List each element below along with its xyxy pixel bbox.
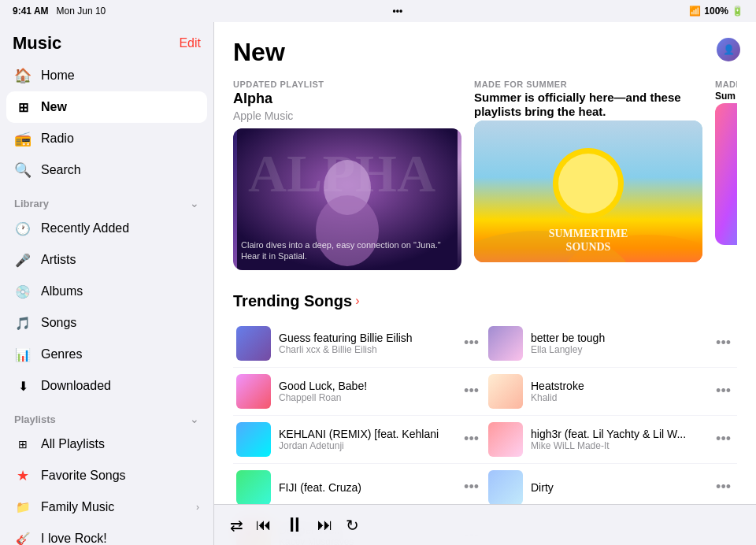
alpha-card-image: ALPHA Clairo dives into a deep, easy con… [233,128,461,270]
sidebar-title: Music [13,33,61,54]
sidebar-item-label-family-music: Family Music [41,500,114,514]
song-row[interactable]: Guess featuring Billie Eilish Charli xcx… [233,320,485,368]
summer-artwork: SUMMERTIME SOUNDS [474,120,702,262]
songs-icon: 🎵 [14,314,32,332]
sidebar-item-downloaded[interactable]: ⬇ Downloaded [6,370,207,402]
sidebar-item-label-i-love-rock: I love Rock! [41,532,107,545]
radio-icon: 📻 [14,130,32,147]
song-more-button-3[interactable]: ••• [461,383,482,399]
featured-card-alpha[interactable]: UPDATED PLAYLIST Alpha Apple Music [233,80,461,270]
playlists-section-header: Playlists ⌄ [0,402,213,428]
sidebar-item-label-home: Home [41,69,75,83]
library-section-header: Library ⌄ [0,186,213,213]
song-title-7: FIJI (feat. Cruza) [279,481,453,494]
song-row[interactable]: KEHLANI (REMIX) [feat. Kehlani Jordan Ad… [233,416,485,464]
sidebar-item-label-songs: Songs [41,316,76,330]
sidebar-item-albums[interactable]: 💿 Albums [6,276,207,307]
song-row[interactable]: Heatstroke Khalid ••• [485,368,737,416]
summer-card-title: Summer is officially here—and these play… [474,91,702,119]
battery-display: 100% [704,6,728,17]
featured-card-partial[interactable]: MADE Sum play [715,80,737,270]
song-title-5: KEHLANI (REMIX) [feat. Kehlani [279,428,453,440]
svg-point-6 [558,154,618,213]
sidebar-item-i-love-rock[interactable]: 🎸 I love Rock! [6,523,207,545]
song-more-button-8[interactable]: ••• [713,479,734,495]
sidebar-item-label-new: New [41,100,67,114]
sidebar-item-label-artists: Artists [41,253,76,267]
i-love-rock-icon: 🎸 [14,530,32,545]
library-section-title: Library [14,198,49,209]
song-title-3: Good Luck, Babe! [279,380,453,392]
featured-card-summer[interactable]: MADE FOR SUMMER Summer is officially her… [474,80,702,270]
trending-songs-chevron-icon[interactable]: › [355,294,359,308]
song-thumb-4 [488,374,523,409]
sidebar-item-search[interactable]: 🔍 Search [6,154,207,186]
dots-display: ••• [392,6,402,17]
sidebar-item-recently-added[interactable]: 🕐 Recently Added [6,213,207,244]
sidebar-item-new[interactable]: ⊞ New [6,91,207,123]
recently-added-icon: 🕐 [14,220,32,237]
sidebar-item-songs[interactable]: 🎵 Songs [6,307,207,339]
svg-text:SOUNDS: SOUNDS [566,241,611,253]
sidebar-item-label-all-playlists: All Playlists [41,437,105,451]
sidebar-header: Music Edit [0,22,213,60]
song-more-button-5[interactable]: ••• [461,431,482,447]
partial-card-title: Sum play [715,91,737,102]
sidebar: Music Edit 🏠 Home ⊞ New 📻 Radio 🔍 [0,22,214,545]
song-row[interactable]: high3r (feat. Lil Yachty & Lil W... Mike… [485,416,737,464]
song-more-button-4[interactable]: ••• [713,383,734,399]
status-right: 📶 100% 🔋 [689,6,743,17]
now-playing-bar: ⇄ ⏮ ⏸ ⏭ ↻ [214,504,756,545]
summer-card-tag: MADE FOR SUMMER [474,80,702,89]
sidebar-item-radio[interactable]: 📻 Radio [6,123,207,154]
shuffle-button[interactable]: ⇄ [230,516,243,535]
home-icon: 🏠 [14,67,32,84]
play-pause-button[interactable]: ⏸ [284,513,305,537]
sidebar-item-family-music[interactable]: 📁 Family Music › [6,491,207,523]
song-more-button-6[interactable]: ••• [713,431,734,447]
featured-row: UPDATED PLAYLIST Alpha Apple Music [233,80,737,270]
family-music-arrow-icon: › [196,502,199,513]
song-more-button-1[interactable]: ••• [461,335,482,351]
partial-artwork [715,103,737,245]
song-title-8: Dirty [531,481,705,494]
sidebar-item-label-genres: Genres [41,347,82,361]
all-playlists-icon: ⊞ [14,436,32,453]
trending-songs-title: Trending Songs [233,292,352,310]
page-title: New [233,38,737,67]
library-chevron-icon[interactable]: ⌄ [190,197,199,209]
playlists-nav: ⊞ All Playlists ★ Favorite Songs 📁 Famil… [0,428,213,545]
sidebar-item-home[interactable]: 🏠 Home [6,60,207,91]
song-artist-5: Jordan Adetunji [279,440,453,451]
svg-rect-11 [715,103,737,245]
song-info-2: better be tough Ella Langley [531,332,705,355]
sidebar-item-artists[interactable]: 🎤 Artists [6,244,207,276]
sidebar-item-favorite-songs[interactable]: ★ Favorite Songs [6,460,207,491]
song-info-1: Guess featuring Billie Eilish Charli xcx… [279,332,453,355]
date-display: Mon Jun 10 [57,6,106,17]
song-more-button-2[interactable]: ••• [713,335,734,351]
song-row[interactable]: Good Luck, Babe! Chappell Roan ••• [233,368,485,416]
song-info-5: KEHLANI (REMIX) [feat. Kehlani Jordan Ad… [279,428,453,451]
song-thumb-6 [488,422,523,457]
repeat-button[interactable]: ↻ [346,516,359,535]
song-thumb-5 [236,422,271,457]
next-button[interactable]: ⏭ [317,516,333,534]
sidebar-item-all-playlists[interactable]: ⊞ All Playlists [6,428,207,460]
playlists-chevron-icon[interactable]: ⌄ [190,413,199,425]
profile-button[interactable]: 👤 [717,38,740,61]
time-display: 9:41 AM [13,6,49,17]
wifi-icon: 📶 [689,6,701,17]
alpha-card-tag: UPDATED PLAYLIST [233,80,461,89]
edit-button[interactable]: Edit [179,36,201,50]
partial-card-image [715,103,737,245]
alpha-card-subtitle: Apple Music [233,109,461,122]
song-more-button-7[interactable]: ••• [461,479,482,495]
albums-icon: 💿 [14,283,32,300]
song-title-1: Guess featuring Billie Eilish [279,332,453,344]
song-row[interactable]: better be tough Ella Langley ••• [485,320,737,368]
previous-button[interactable]: ⏮ [256,516,272,534]
battery-icon: 🔋 [732,6,743,17]
sidebar-item-genres[interactable]: 📊 Genres [6,339,207,370]
search-icon: 🔍 [14,161,32,179]
